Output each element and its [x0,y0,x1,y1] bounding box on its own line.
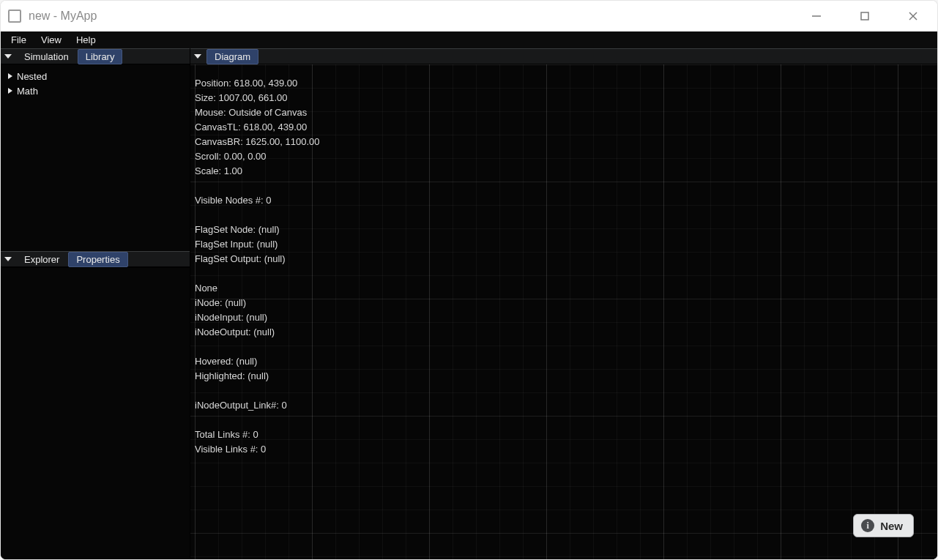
tab-library[interactable]: Library [78,49,123,64]
debug-line: FlagSet Node: (null) [195,223,320,237]
tree-item-math[interactable]: Math [4,83,187,98]
diagram-canvas[interactable]: Position: 618.00, 439.00Size: 1007.00, 6… [190,64,937,559]
collapse-icon[interactable] [4,52,12,61]
titlebar: new - MyApp [1,1,937,31]
new-button[interactable]: i New [853,514,914,537]
debug-line [195,208,320,223]
debug-line: Size: 1007.00, 661.00 [195,91,320,105]
debug-line: Scale: 1.00 [195,164,320,179]
tree-item-label: Nested [17,71,47,82]
left-column: Simulation Library Nested [1,48,190,559]
svg-marker-4 [4,54,12,59]
svg-rect-1 [861,12,868,20]
debug-line: FlagSet Input: (null) [195,237,320,252]
debug-line: Highlighted: (null) [195,369,320,384]
svg-marker-6 [8,88,12,94]
debug-line: Visible Nodes #: 0 [195,193,320,208]
tree-item-label: Math [17,86,38,97]
chevron-right-icon [4,88,17,94]
debug-line: Visible Links #: 0 [195,442,320,457]
left-top-tabs: Simulation Library [1,48,190,64]
tab-diagram[interactable]: Diagram [206,49,258,64]
menu-help[interactable]: Help [69,33,103,47]
debug-line [195,384,320,398]
debug-line: iNodeOutput_Link#: 0 [195,398,320,413]
app-window: new - MyApp File View Help [0,0,938,560]
debug-line [195,179,320,193]
collapse-icon[interactable] [4,255,12,264]
tab-simulation[interactable]: Simulation [17,50,76,64]
debug-line: FlagSet Output: (null) [195,252,320,266]
window-title: new - MyApp [29,10,97,23]
app-icon [8,10,21,23]
workspace: Simulation Library Nested [1,48,937,559]
debug-line: Scroll: 0.00, 0.00 [195,149,320,164]
debug-line: iNode: (null) [195,296,320,310]
debug-line [195,413,320,428]
close-button[interactable] [902,5,924,27]
svg-marker-7 [4,257,12,261]
svg-marker-8 [194,54,201,59]
tab-explorer[interactable]: Explorer [17,253,67,266]
debug-line: Position: 618.00, 439.00 [195,76,320,91]
menu-file[interactable]: File [4,33,34,47]
diagram-tabs: Diagram [190,48,937,64]
tree-item-nested[interactable]: Nested [4,69,187,83]
properties-panel [1,267,190,559]
library-panel: Nested Math [1,64,190,251]
debug-line: iNodeInput: (null) [195,310,320,325]
debug-overlay: Position: 618.00, 439.00Size: 1007.00, 6… [195,76,320,457]
debug-line: Mouse: Outside of Canvas [195,105,320,120]
collapse-icon[interactable] [193,52,202,61]
menu-view[interactable]: View [34,33,69,47]
right-column: Diagram Position: 618.00, 439.00Size: 10… [190,48,937,559]
debug-line: None [195,281,320,296]
debug-line [195,340,320,354]
debug-line [195,266,320,281]
debug-line: CanvasBR: 1625.00, 1100.00 [195,135,320,149]
debug-line: Hovered: (null) [195,354,320,369]
maximize-button[interactable] [854,5,876,27]
tab-properties[interactable]: Properties [68,252,127,267]
minimize-button[interactable] [805,5,827,27]
library-tree: Nested Math [1,64,190,102]
toast-label: New [880,520,903,532]
debug-line: Total Links #: 0 [195,428,320,442]
menubar: File View Help [1,31,937,48]
svg-marker-5 [8,73,12,79]
left-bottom-tabs: Explorer Properties [1,251,190,267]
info-icon: i [861,519,874,532]
debug-line: CanvasTL: 618.00, 439.00 [195,120,320,135]
debug-line: iNodeOutput: (null) [195,325,320,340]
chevron-right-icon [4,73,17,79]
window-controls [805,5,924,27]
